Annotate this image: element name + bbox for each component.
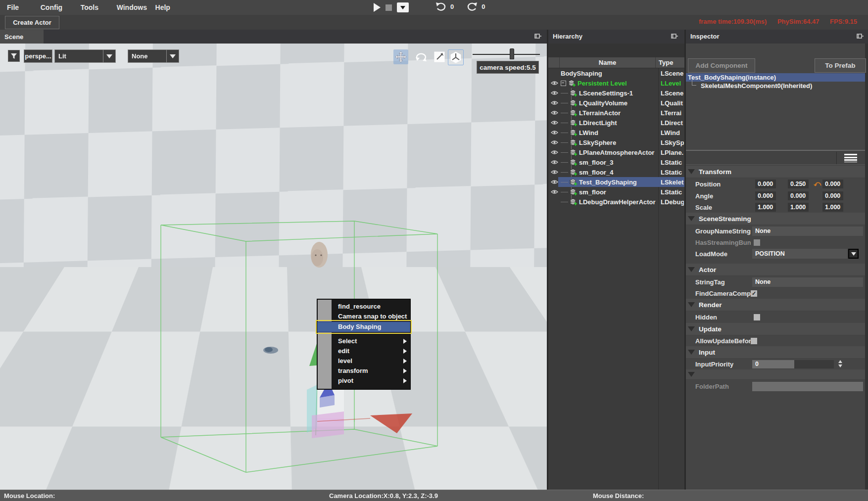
- folderpath-field[interactable]: [752, 382, 863, 391]
- scale-z-field[interactable]: 1.000: [822, 203, 843, 212]
- move-tool-button[interactable]: [393, 49, 408, 64]
- visibility-eye-icon[interactable]: [551, 91, 561, 95]
- visibility-eye-icon[interactable]: [551, 71, 561, 76]
- spinner-arrows[interactable]: [838, 360, 842, 367]
- angle-z-field[interactable]: 0.000: [822, 191, 843, 200]
- visibility-eye-icon[interactable]: [551, 140, 561, 145]
- pin-icon[interactable]: [534, 33, 542, 41]
- play-icon[interactable]: [374, 3, 381, 12]
- visibility-eye-icon[interactable]: [551, 180, 561, 184]
- scale-tool-button[interactable]: [432, 49, 447, 64]
- pin-icon[interactable]: [671, 33, 678, 41]
- hierarchy-row[interactable]: LSceneSettings-1 LScene: [548, 88, 684, 98]
- section-actor[interactable]: Actor: [686, 264, 865, 276]
- filter-button[interactable]: [8, 50, 20, 62]
- position-x-field[interactable]: 0.000: [755, 180, 776, 188]
- tab-hierarchy[interactable]: Hierarchy: [553, 33, 582, 40]
- section-scenestreaming[interactable]: SceneStreaming: [686, 213, 865, 225]
- hierarchy-row[interactable]: LWind LWind: [548, 128, 684, 137]
- context-menu-item[interactable]: Select: [317, 336, 410, 346]
- tab-inspector[interactable]: Inspector: [690, 33, 720, 40]
- scale-x-field[interactable]: 1.000: [755, 203, 776, 212]
- context-menu-item[interactable]: Camera snap to object: [317, 312, 410, 321]
- menu-tools[interactable]: Tools: [81, 3, 98, 11]
- visibility-eye-icon[interactable]: [551, 120, 561, 125]
- position-z-field[interactable]: 0.000: [822, 180, 843, 188]
- loadmode-dropdown-button[interactable]: [848, 249, 859, 259]
- stringtag-field[interactable]: None: [752, 277, 863, 287]
- loadmode-value[interactable]: POSITION: [752, 249, 847, 259]
- hierarchy-row[interactable]: Test_BodyShaping LSkelet: [548, 177, 684, 187]
- create-actor-button[interactable]: Create Actor: [5, 16, 59, 29]
- hierarchy-row[interactable]: sm_floor_3 LStatic: [548, 157, 684, 167]
- visibility-eye-icon[interactable]: [551, 199, 561, 204]
- angle-y-field[interactable]: 0.000: [788, 191, 809, 200]
- scrollbar[interactable]: [865, 44, 868, 490]
- section-collapsed[interactable]: [686, 369, 865, 380]
- section-render[interactable]: Render: [686, 299, 865, 311]
- hierarchy-row[interactable]: LTerrainActor LTerrai: [548, 108, 684, 118]
- hierarchy-row[interactable]: sm_floor LStatic: [548, 187, 684, 197]
- hierarchy-row[interactable]: LQualityVolume LQualit: [548, 98, 684, 108]
- hidden-checkbox[interactable]: [754, 314, 760, 320]
- allowupdate-checkbox[interactable]: [751, 338, 757, 344]
- hasstreamingbundle-checkbox[interactable]: [754, 239, 760, 246]
- inputpriority-field[interactable]: 0: [752, 360, 794, 368]
- context-menu-item[interactable]: edit: [317, 346, 410, 356]
- hierarchy-row[interactable]: sm_floor_4 LStatic: [548, 167, 684, 177]
- scene-viewport[interactable]: perspe... Lit None: [0, 44, 547, 490]
- section-update[interactable]: Update: [686, 323, 865, 335]
- expander-icon[interactable]: [561, 81, 566, 86]
- to-prefab-button[interactable]: To Prefab: [815, 58, 866, 73]
- visibility-eye-icon[interactable]: [551, 170, 561, 175]
- hierarchy-row[interactable]: LPlaneAtmosphereActor LPlane.: [548, 147, 684, 157]
- context-menu-item[interactable]: Body Shaping: [317, 321, 410, 332]
- hierarchy-row[interactable]: LDebugDrawHelperActor LDebug: [548, 197, 684, 207]
- hierarchy-row[interactable]: LSkySphere LSkySp: [548, 137, 684, 147]
- context-menu-item[interactable]: transform: [317, 366, 410, 376]
- menu-help[interactable]: Help: [155, 3, 170, 11]
- scale-y-field[interactable]: 1.000: [788, 203, 809, 212]
- redo-icon[interactable]: [467, 2, 478, 11]
- properties-menu-button[interactable]: [836, 152, 865, 164]
- hierarchy-row[interactable]: Persistent Level LLevel: [548, 78, 684, 88]
- visibility-eye-icon[interactable]: [551, 189, 561, 194]
- visibility-eye-icon[interactable]: [551, 81, 561, 86]
- coordinate-space-button[interactable]: [448, 49, 464, 65]
- angle-x-field[interactable]: 0.000: [755, 191, 776, 200]
- component-row-child[interactable]: SkeletalMeshComponent0(Inherited): [686, 82, 865, 90]
- camera-speed-slider[interactable]: [473, 54, 540, 55]
- rotate-tool-button[interactable]: [414, 49, 429, 64]
- undo-icon[interactable]: [435, 2, 446, 11]
- play-options-dropdown[interactable]: [397, 2, 409, 12]
- hierarchy-row[interactable]: LDirectLight LDirect: [548, 118, 684, 128]
- position-y-field[interactable]: 0.250: [788, 180, 809, 188]
- menu-windows[interactable]: Windows: [117, 3, 147, 11]
- section-input[interactable]: Input: [686, 346, 865, 359]
- section-transform[interactable]: Transform: [686, 166, 865, 178]
- context-menu-item[interactable]: find_resource: [317, 302, 410, 312]
- hierarchy-row[interactable]: BodyShaping LScene: [548, 68, 684, 78]
- menu-file[interactable]: File: [7, 3, 19, 11]
- column-type[interactable]: Type: [656, 57, 684, 68]
- camera-speed-handle[interactable]: [510, 48, 514, 59]
- groupnamestring-field[interactable]: None: [752, 227, 863, 236]
- stop-icon[interactable]: [386, 4, 392, 11]
- view-mode-dropdown[interactable]: Lit: [54, 49, 116, 63]
- visibility-eye-icon[interactable]: [551, 110, 561, 115]
- findcameracomponent-checkbox[interactable]: ✓: [751, 290, 757, 297]
- revert-icon[interactable]: ⤺: [814, 180, 821, 187]
- menu-config[interactable]: Config: [41, 3, 62, 11]
- context-menu-item[interactable]: level: [317, 356, 410, 366]
- column-name[interactable]: Name: [560, 57, 656, 68]
- visibility-eye-icon[interactable]: [551, 150, 561, 155]
- add-component-button[interactable]: Add Component: [688, 58, 755, 73]
- tab-scene[interactable]: Scene: [0, 30, 44, 44]
- component-row-root[interactable]: Test_BodyShaping(instance): [686, 73, 865, 82]
- visibility-eye-icon[interactable]: [551, 160, 561, 165]
- pin-icon[interactable]: [856, 33, 864, 41]
- context-menu-item[interactable]: pivot: [317, 376, 410, 386]
- visibility-eye-icon[interactable]: [551, 100, 561, 105]
- visibility-eye-icon[interactable]: [551, 130, 561, 135]
- show-flags-dropdown[interactable]: None: [128, 49, 179, 63]
